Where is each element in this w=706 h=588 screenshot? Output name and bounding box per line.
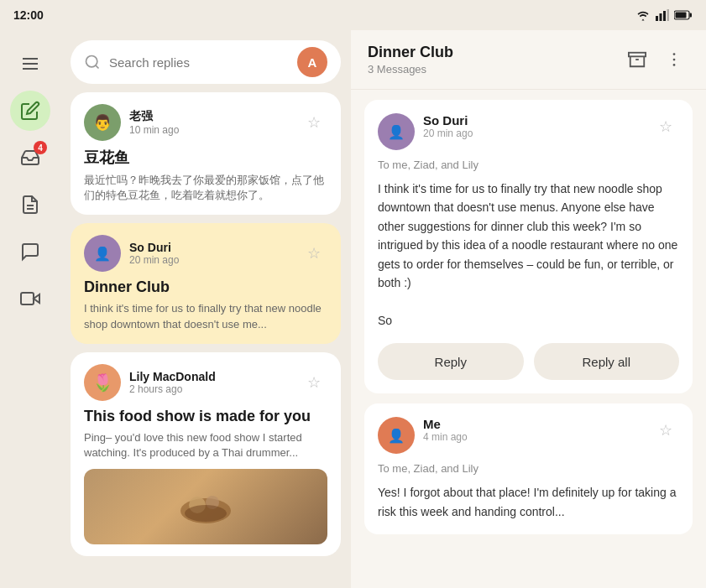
thread-title-block: Dinner Club 3 Messages: [368, 44, 622, 75]
status-time: 12:00: [13, 8, 44, 22]
card-title-2: Dinner Club: [84, 278, 327, 296]
sidebar-item-chat[interactable]: [10, 232, 50, 272]
card-info-1: 老强 10 min ago: [129, 109, 301, 136]
email-sender-1: So Duri: [423, 113, 652, 127]
message-card-2[interactable]: 👤 So Duri 20 min ago ☆ Dinner Club I thi…: [71, 223, 341, 343]
sender-name-1: 老强: [129, 109, 301, 124]
archive-icon: [628, 50, 646, 69]
email-header-1: 👤 So Duri 20 min ago ☆: [378, 113, 679, 150]
user-avatar-initial: A: [308, 55, 317, 70]
email-time-2: 4 min ago: [423, 431, 652, 443]
right-panel: Dinner Club 3 Messages: [351, 30, 706, 588]
email-sender-2: Me: [423, 417, 652, 431]
email-actions-1: Reply Reply all: [378, 343, 679, 380]
thread-body: 👤 So Duri 20 min ago ☆ To me, Ziad, and …: [351, 90, 706, 588]
send-time-1: 10 min ago: [129, 124, 301, 136]
card-info-2: So Duri 20 min ago: [129, 241, 301, 266]
sender-name-3: Lily MacDonald: [129, 370, 301, 383]
search-icon: [84, 54, 101, 70]
reply-all-button[interactable]: Reply all: [534, 343, 680, 380]
card-image-3: [84, 469, 327, 544]
left-panel: A 👨 老强 10 min ago ☆ 豆花鱼 最近忙吗？昨晚我去了你最爱的那家…: [60, 30, 351, 588]
email-body-2: Yes! I forgot about that place! I'm defi…: [378, 483, 679, 521]
thread-actions: [622, 44, 689, 75]
sidebar-item-menu[interactable]: [10, 44, 50, 84]
card-preview-2: I think it's time for us to finally try …: [84, 301, 327, 331]
svg-rect-1: [660, 13, 662, 21]
notes-icon: [20, 195, 40, 215]
food-image-svg: [172, 481, 239, 532]
email-card-1: 👤 So Duri 20 min ago ☆ To me, Ziad, and …: [364, 100, 693, 393]
email-card-2: 👤 Me 4 min ago ☆ To me, Ziad, and Lily Y…: [364, 403, 693, 534]
svg-line-15: [96, 65, 99, 69]
sender-avatar-3: 🌷: [84, 364, 121, 401]
email-time-1: 20 min ago: [423, 127, 652, 139]
email-header-2: 👤 Me 4 min ago ☆: [378, 417, 679, 454]
email-body-1: I think it's time for us to finally try …: [378, 180, 679, 330]
message-card-1[interactable]: 👨 老强 10 min ago ☆ 豆花鱼 最近忙吗？昨晚我去了你最爱的那家饭馆…: [71, 92, 341, 215]
star-button-2[interactable]: ☆: [301, 240, 327, 267]
more-icon: [665, 50, 683, 69]
card-title-1: 豆花鱼: [84, 148, 327, 168]
sidebar-item-notes[interactable]: [10, 185, 50, 225]
card-preview-3: Ping– you'd love this new food show I st…: [84, 430, 327, 461]
svg-point-23: [673, 59, 676, 61]
user-avatar[interactable]: A: [297, 47, 327, 77]
search-input[interactable]: [109, 55, 289, 70]
email-avatar-1: 👤: [378, 113, 415, 150]
send-time-3: 2 hours ago: [129, 383, 301, 395]
edit-icon: [20, 101, 40, 121]
star-button-3[interactable]: ☆: [301, 369, 327, 396]
status-bar: 12:00: [0, 0, 706, 30]
star-button-1[interactable]: ☆: [301, 109, 327, 136]
menu-icon: [20, 54, 40, 74]
card-header-2: 👤 So Duri 20 min ago ☆: [84, 235, 327, 272]
message-card-3[interactable]: 🌷 Lily MacDonald 2 hours ago ☆ This food…: [71, 352, 341, 556]
email-meta-2: Me 4 min ago: [423, 417, 652, 443]
sender-name-2: So Duri: [129, 241, 301, 254]
svg-point-14: [86, 56, 97, 67]
svg-point-22: [673, 53, 676, 55]
svg-rect-6: [676, 13, 687, 18]
flower-icon: 🌷: [92, 372, 113, 393]
thread-count: 3 Messages: [368, 63, 622, 75]
wifi-icon: [635, 9, 651, 21]
card-info-3: Lily MacDonald 2 hours ago: [129, 370, 301, 395]
card-header-1: 👨 老强 10 min ago ☆: [84, 104, 327, 141]
signal-icon: [656, 9, 669, 21]
archive-button[interactable]: [622, 44, 652, 75]
send-time-2: 20 min ago: [129, 254, 301, 266]
chat-icon: [20, 242, 40, 262]
video-icon: [20, 289, 40, 309]
svg-rect-20: [629, 53, 646, 57]
status-icons: [635, 9, 693, 21]
more-options-button[interactable]: [659, 44, 689, 75]
svg-rect-0: [656, 16, 658, 21]
reply-button[interactable]: Reply: [378, 343, 524, 380]
thread-header: Dinner Club 3 Messages: [351, 30, 706, 90]
email-to-2: To me, Ziad, and Lily: [378, 462, 679, 475]
search-bar: A: [71, 40, 341, 84]
battery-icon: [674, 10, 693, 20]
svg-rect-3: [667, 9, 670, 21]
email-to-1: To me, Ziad, and Lily: [378, 159, 679, 171]
email-meta-1: So Duri 20 min ago: [423, 113, 652, 139]
card-image-inner: [84, 469, 327, 544]
sender-avatar-2: 👤: [84, 235, 121, 272]
svg-rect-2: [663, 11, 666, 21]
card-title-3: This food show is made for you: [84, 408, 327, 425]
card-preview-1: 最近忙吗？昨晚我去了你最爱的那家饭馆，点了他们的特色豆花鱼，吃着吃着就想你了。: [84, 173, 327, 203]
inbox-badge: 4: [34, 141, 47, 154]
svg-point-24: [673, 64, 676, 66]
email-star-2[interactable]: ☆: [652, 417, 679, 444]
sidebar-item-compose[interactable]: [10, 91, 50, 131]
svg-rect-13: [21, 293, 34, 304]
email-avatar-2: 👤: [378, 417, 415, 454]
email-star-1[interactable]: ☆: [652, 113, 679, 140]
sender-avatar-1: 👨: [84, 104, 121, 141]
svg-point-19: [185, 505, 227, 522]
sidebar-item-video[interactable]: [10, 278, 50, 319]
sidebar-item-inbox[interactable]: 4: [10, 138, 50, 178]
card-header-3: 🌷 Lily MacDonald 2 hours ago ☆: [84, 364, 327, 401]
thread-title: Dinner Club: [368, 44, 622, 61]
